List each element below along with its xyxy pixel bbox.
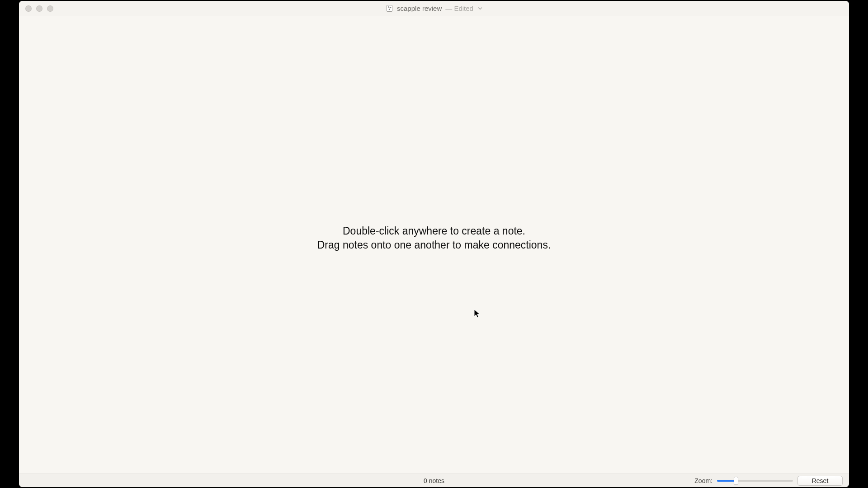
chevron-down-icon[interactable] <box>478 6 482 11</box>
canvas[interactable]: Double-click anywhere to create a note. … <box>19 16 849 474</box>
title-bar[interactable]: scapple review Edited <box>19 1 849 16</box>
app-window: scapple review Edited Double-click anywh… <box>19 1 849 487</box>
zoom-slider-thumb[interactable] <box>734 477 738 485</box>
note-count: 0 notes <box>424 477 444 484</box>
minimize-window-button[interactable] <box>36 5 42 12</box>
document-icon <box>386 5 393 12</box>
zoom-slider[interactable] <box>717 478 793 484</box>
status-bar: 0 notes Zoom: Reset <box>19 474 849 487</box>
title-center[interactable]: scapple review Edited <box>386 5 482 12</box>
document-title: scapple review <box>397 5 442 12</box>
fullscreen-window-button[interactable] <box>47 5 53 12</box>
zoom-reset-button[interactable]: Reset <box>797 476 843 486</box>
window-controls <box>19 5 53 12</box>
close-window-button[interactable] <box>25 5 32 12</box>
cursor-icon <box>474 309 481 319</box>
document-status: Edited <box>445 5 473 12</box>
empty-state-hint: Double-click anywhere to create a note. … <box>317 224 551 252</box>
zoom-reset-label: Reset <box>812 477 829 484</box>
zoom-slider-track <box>717 480 793 482</box>
zoom-label: Zoom: <box>694 477 712 484</box>
svg-rect-0 <box>387 5 392 12</box>
zoom-slider-fill <box>717 480 736 482</box>
zoom-controls: Zoom: Reset <box>694 476 843 486</box>
hint-line-1: Double-click anywhere to create a note. <box>317 224 551 238</box>
hint-line-2: Drag notes onto one another to make conn… <box>317 238 551 252</box>
